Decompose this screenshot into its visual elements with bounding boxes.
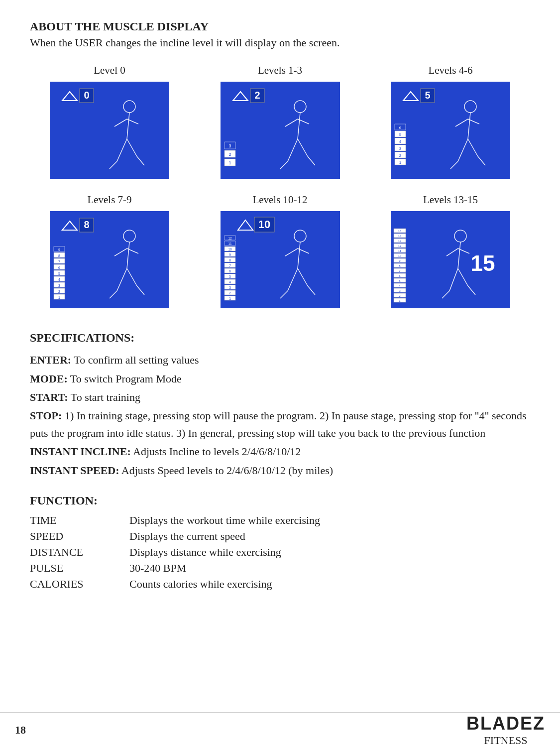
svg-text:10: 10 [228,248,232,251]
function-row-pulse: PULSE 30-240 BPM [30,560,530,576]
spec-mode: MODE: To switch Program Mode [30,370,530,387]
muscle-item-levels10-12: Levels 10-12 10 1 2 3 [201,194,360,308]
svg-text:0: 0 [84,90,89,101]
svg-text:1: 1 [228,160,231,165]
spec-stop: STOP: 1) In training stage, pressing sto… [30,407,530,442]
function-name-calories: CALORIES [30,576,129,592]
svg-text:14: 14 [398,235,402,238]
specifications-section: SPECIFICATIONS: ENTER: To confirm all se… [30,328,530,479]
levels13-15-svg: 15 1 2 3 4 5 6 [391,211,510,308]
svg-text:8: 8 [229,258,231,262]
levels13-15-display: 15 1 2 3 4 5 6 [391,211,510,308]
svg-text:9: 9 [229,253,231,256]
spec-instant-speed: INSTANT SPEED: Adjusts Speed levels to 2… [30,462,530,479]
svg-text:3: 3 [229,286,231,289]
function-desc-distance: Displays distance while exercising [129,544,530,560]
levels10-12-label: Levels 10-12 [252,194,307,206]
muscle-item-levels7-9: Levels 7-9 8 1 2 3 [30,194,189,308]
levels7-9-display: 8 1 2 3 4 5 6 [50,211,169,308]
svg-text:12: 12 [398,245,402,248]
function-desc-time: Displays the workout time while exercisi… [129,512,530,528]
svg-text:7: 7 [58,260,60,263]
svg-text:1: 1 [229,297,231,300]
page-title: ABOUT THE MUSCLE DISPLAY [30,20,530,33]
levels4-6-label: Levels 4-6 [428,64,472,77]
level0-display: 0 [50,82,169,179]
muscle-item-levels4-6: Levels 4-6 5 1 2 [371,64,530,179]
levels7-9-svg: 8 1 2 3 4 5 6 [50,211,169,308]
levels1-3-label: Levels 1-3 [258,64,302,77]
function-name-speed: SPEED [30,528,129,544]
spec-instant-incline: INSTANT INCLINE: Adjusts Incline to leve… [30,443,530,460]
svg-text:7: 7 [229,264,231,267]
spec-start: START: To start training [30,388,530,406]
svg-text:13: 13 [398,240,402,243]
levels10-12-display: 10 1 2 3 4 5 6 [221,211,340,308]
function-table: TIME Displays the workout time while exe… [30,512,530,592]
brand-name: BLADEZ [466,713,545,734]
function-name-time: TIME [30,512,129,528]
muscle-item-level0: Level 0 0 [30,64,189,179]
function-title: FUNCTION: [30,494,530,507]
svg-text:15: 15 [471,251,495,275]
muscle-item-levels1-3: Levels 1-3 2 1 2 [201,64,360,179]
svg-text:6: 6 [58,266,60,269]
svg-text:9: 9 [58,248,60,251]
function-name-distance: DISTANCE [30,544,129,560]
svg-text:15: 15 [398,230,402,233]
levels4-6-display: 5 1 2 3 4 5 6 [391,82,510,179]
specifications-text: ENTER: To confirm all setting values MOD… [30,351,530,479]
svg-rect-54 [50,211,169,308]
spec-enter: ENTER: To confirm all setting values [30,351,530,369]
levels7-9-label: Levels 7-9 [87,194,131,206]
footer: 18 BLADEZ FITNESS [0,712,560,747]
svg-text:2: 2 [399,153,402,158]
svg-text:1: 1 [399,160,402,165]
svg-text:2: 2 [229,291,231,295]
function-row-calories: CALORIES Counts calories while exercisin… [30,576,530,592]
muscle-item-levels13-15: Levels 13-15 15 1 2 3 4 [371,194,530,308]
levels13-15-label: Levels 13-15 [423,194,478,206]
levels10-12-svg: 10 1 2 3 4 5 6 [221,211,340,308]
page-content: ABOUT THE MUSCLE DISPLAY When the USER c… [0,0,560,592]
svg-rect-12 [221,82,340,179]
svg-text:2: 2 [254,90,260,101]
svg-rect-84 [221,211,340,308]
function-name-pulse: PULSE [30,560,129,576]
muscle-row-2: Levels 7-9 8 1 2 3 [30,194,530,308]
svg-text:3: 3 [399,146,402,151]
svg-text:5: 5 [229,275,231,278]
svg-text:3: 3 [228,143,231,148]
svg-text:10: 10 [258,218,270,231]
function-row-distance: DISTANCE Displays distance while exercis… [30,544,530,560]
brand-logo: BLADEZ [466,713,545,734]
svg-text:2: 2 [228,152,231,157]
svg-text:2: 2 [58,290,60,293]
brand-sub: FITNESS [484,734,528,747]
function-desc-pulse: 30-240 BPM [129,560,530,576]
muscle-display-grid: Level 0 0 [30,64,530,308]
svg-text:6: 6 [229,269,231,273]
svg-text:4: 4 [229,280,231,284]
svg-text:11: 11 [228,242,232,246]
svg-text:5: 5 [399,132,402,137]
function-row-time: TIME Displays the workout time while exe… [30,512,530,528]
muscle-row-1: Level 0 0 [30,64,530,179]
function-row-speed: SPEED Displays the current speed [30,528,530,544]
level0-label: Level 0 [94,64,125,77]
levels4-6-svg: 5 1 2 3 4 5 6 [391,82,510,179]
svg-text:11: 11 [398,249,402,252]
svg-text:5: 5 [425,90,430,101]
svg-text:4: 4 [399,139,402,144]
svg-rect-30 [391,82,510,179]
levels1-3-svg: 2 1 2 3 [221,82,340,179]
svg-rect-0 [50,82,169,179]
svg-text:10: 10 [398,254,402,257]
svg-text:5: 5 [58,272,60,275]
svg-text:8: 8 [58,254,60,257]
brand-logo-container: BLADEZ FITNESS [466,713,545,747]
page-subtitle: When the USER changes the incline level … [30,36,530,49]
svg-text:8: 8 [84,219,89,230]
svg-text:6: 6 [399,125,402,130]
function-section: FUNCTION: TIME Displays the workout time… [30,494,530,592]
